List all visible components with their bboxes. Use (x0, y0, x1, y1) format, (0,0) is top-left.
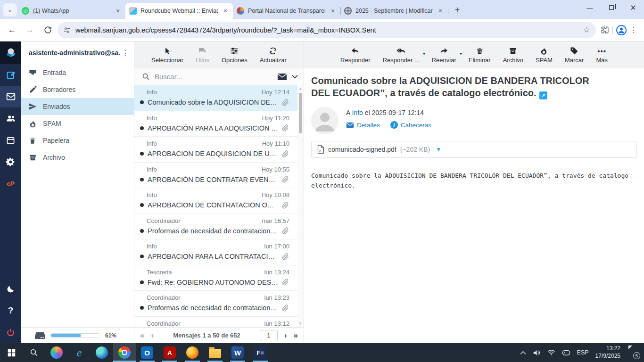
archive-button[interactable]: Archivo (503, 46, 523, 64)
scroll-down-icon[interactable]: ▼ (298, 321, 303, 326)
next-page-icon[interactable]: › (284, 331, 287, 340)
wifi-icon[interactable] (547, 349, 555, 356)
first-page-icon[interactable]: « (140, 331, 144, 340)
attachment-menu-icon[interactable]: ▼ (436, 146, 441, 153)
volume-icon[interactable] (533, 349, 541, 356)
close-tab-icon[interactable]: ✕ (437, 7, 444, 15)
language-indicator[interactable]: ESP (577, 349, 589, 356)
firmaec-button[interactable]: F≡ (249, 343, 272, 362)
cpanel-button[interactable]: cP (0, 173, 21, 194)
open-in-new-window-icon[interactable]: ↗ (539, 91, 547, 99)
folder-archivo[interactable]: Archivo (21, 149, 134, 166)
forward-button[interactable]: Reenviar ▾ (432, 46, 456, 64)
folder-borradores[interactable]: Borradores (21, 81, 134, 98)
contacts-nav-button[interactable] (0, 107, 21, 129)
message-row[interactable]: InfoHoy 11:20 APROBACIÓN PARA LA ADQUISI… (134, 111, 304, 137)
dark-mode-button[interactable] (0, 278, 21, 300)
minimize-button[interactable]: — (579, 0, 601, 15)
message-row[interactable]: Coordinadormar 16:57 Proformas de necesi… (134, 214, 304, 240)
message-row[interactable]: InfoHoy 11:10 APROBACION DE ADQUISICION … (134, 137, 304, 163)
reply-all-button[interactable]: Responder ... ▾ (383, 46, 420, 64)
message-row[interactable]: Coordinadorlun 13:12 (134, 317, 304, 328)
address-bar[interactable]: webmail.sanjuan.gob.ec/cpsess4728443724/… (58, 22, 596, 38)
search-input[interactable] (155, 73, 272, 81)
folder-options-icon[interactable]: ⋮ (120, 49, 131, 58)
close-tab-icon[interactable]: ✕ (222, 7, 229, 15)
delete-button[interactable]: Eliminar (469, 46, 491, 64)
details-toggle[interactable]: Detalles (346, 121, 380, 129)
more-button[interactable]: ••• Más (596, 46, 608, 64)
mail-nav-button[interactable] (0, 86, 21, 107)
search-scope-mail-icon[interactable] (277, 73, 287, 81)
firefox-button[interactable] (181, 343, 204, 362)
file-explorer-button[interactable] (204, 343, 226, 362)
caret-down-icon[interactable]: ▾ (460, 51, 462, 56)
options-button[interactable]: Opciones (222, 46, 248, 64)
copilot-button[interactable] (45, 343, 68, 362)
help-button[interactable]: ? (0, 300, 21, 321)
reload-button[interactable] (40, 22, 56, 38)
tab-septiembre[interactable]: 2025 - Septiembre | Modificar L ✕ (340, 3, 448, 19)
close-tab-icon[interactable]: ✕ (114, 7, 122, 15)
attachment-name[interactable]: comunicado-signed.pdf (328, 146, 396, 153)
tab-portal-transparencia[interactable]: Portal Nacional de Transparenc ✕ (233, 3, 340, 19)
tab-whatsapp[interactable]: ☏ (1) WhatsApp ✕ (18, 3, 125, 19)
chrome-button[interactable] (113, 343, 136, 362)
recipient-link[interactable]: Info (352, 109, 363, 116)
headers-toggle[interactable]: i Cabeceras (390, 121, 431, 129)
forward-button[interactable]: → (22, 22, 38, 38)
close-window-button[interactable]: ✕ (622, 0, 644, 15)
page-number-input[interactable] (260, 330, 278, 341)
acrobat-button[interactable]: A (158, 343, 181, 362)
edge-button[interactable] (91, 343, 113, 362)
tab-search-button[interactable]: ⌄ (3, 3, 17, 16)
last-page-icon[interactable]: » (294, 331, 298, 340)
site-settings-icon[interactable] (63, 26, 71, 34)
folder-papelera[interactable]: Papelera (21, 132, 134, 149)
chevron-down-icon[interactable] (292, 74, 298, 79)
browser-menu-icon[interactable]: ⋮ (630, 25, 637, 34)
start-button[interactable] (0, 343, 23, 362)
list-scrollbar[interactable]: ▲ ▼ (297, 85, 304, 327)
caret-down-icon[interactable]: ▾ (423, 51, 425, 56)
bookmark-star-icon[interactable]: ☆ (583, 25, 590, 35)
message-row[interactable]: Tesorerialun 13:24 Fwd: Re: GOBIERNO AUT… (134, 265, 304, 291)
reply-button[interactable]: Responder (340, 46, 371, 64)
mark-button[interactable]: Marcar (565, 46, 584, 64)
notification-center-button[interactable]: 5 (627, 347, 639, 358)
threads-button[interactable]: Hilos (196, 46, 209, 64)
back-button[interactable]: ← (4, 22, 20, 38)
folder-spam[interactable]: SPAM (21, 115, 134, 132)
extensions-icon[interactable] (601, 25, 610, 34)
meet-now-icon[interactable] (562, 349, 570, 356)
message-row[interactable]: Coordinadorlun 13:23 Proformas de necesi… (134, 291, 304, 317)
refresh-button[interactable]: Actualizar (260, 46, 287, 64)
close-tab-icon[interactable]: ✕ (329, 7, 337, 15)
calendar-nav-button[interactable] (0, 129, 21, 151)
tab-roundcube[interactable]: Roundcube Webmail :: Enviados ✕ (125, 3, 233, 19)
word-button[interactable]: W (226, 343, 249, 362)
folder-entrada[interactable]: Entrada (21, 64, 134, 81)
select-button[interactable]: Seleccionar (151, 46, 183, 64)
clock[interactable]: 13:22 17/9/2025 (595, 345, 620, 360)
new-tab-button[interactable]: + (451, 3, 464, 16)
taskbar-search-button[interactable] (23, 343, 45, 362)
restore-button[interactable] (601, 0, 622, 15)
settings-nav-button[interactable] (0, 151, 21, 173)
scroll-up-icon[interactable]: ▲ (298, 87, 303, 91)
logout-button[interactable] (0, 321, 21, 343)
folder-enviados[interactable]: Enviados (21, 98, 134, 115)
message-row[interactable]: InfoHoy 10:55 APROBACIÓN DE CONTRATAR EV… (134, 163, 304, 189)
tray-expand-icon[interactable] (520, 351, 526, 355)
prev-page-icon[interactable]: ‹ (151, 331, 154, 340)
message-row[interactable]: Infolun 17:00 APROBACION PARA LA CONTRAT… (134, 239, 304, 265)
outlook-button[interactable]: O (136, 343, 158, 362)
message-row[interactable]: InfoHoy 10:08 APROBACION DE CONTRATACION… (134, 188, 304, 214)
internet-explorer-button[interactable]: e (68, 343, 91, 362)
profile-avatar-icon[interactable] (616, 25, 627, 36)
attachment-item[interactable]: A comunicado-signed.pdf (~202 KB) ▼ (311, 141, 637, 158)
compose-button[interactable] (0, 64, 21, 86)
spam-button[interactable]: SPAM (536, 46, 553, 64)
scrollbar-thumb[interactable] (299, 93, 302, 133)
message-row[interactable]: InfoHoy 12:14 Comunicado sobre la ADQUIS… (134, 85, 304, 111)
